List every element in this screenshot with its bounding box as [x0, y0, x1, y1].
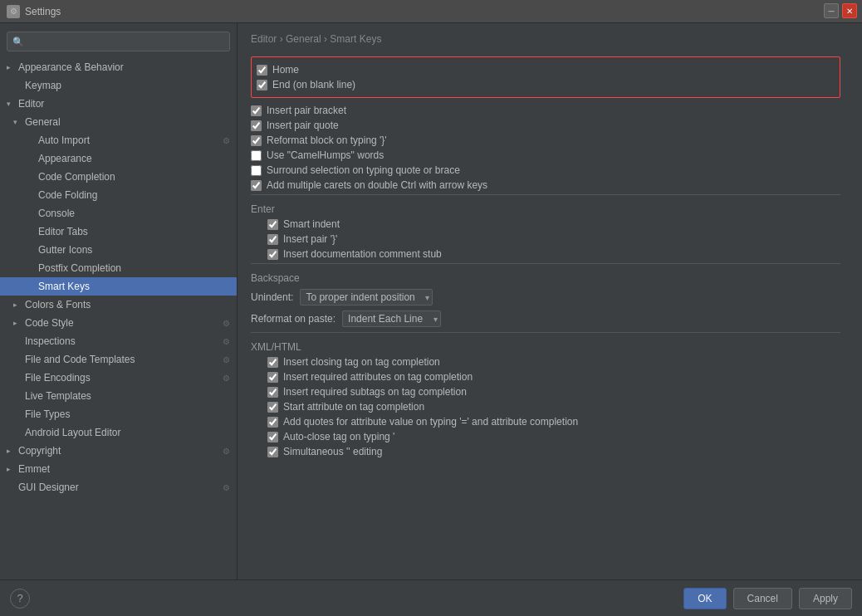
sidebar-item-live-templates[interactable]: Live Templates: [0, 387, 237, 405]
sidebar-item-editor-tabs[interactable]: Editor Tabs: [0, 222, 237, 241]
sidebar-item-code-folding[interactable]: Code Folding: [0, 186, 237, 204]
checkbox-surround-selection-input[interactable]: [251, 165, 262, 176]
tree-arrow-editor: ▾: [7, 100, 15, 108]
settings-icon-file-code-templates: ⚙: [223, 355, 230, 364]
sidebar-label-smart-keys: Smart Keys: [38, 281, 90, 292]
sidebar-item-file-types[interactable]: File Types: [0, 405, 237, 423]
checkbox-add-multiple-carets: Add multiple carets on double Ctrl with …: [251, 179, 840, 191]
sidebar-label-gui-designer: GUI Designer: [18, 482, 79, 493]
highlighted-checkboxes-section: Home End (on blank line): [251, 56, 840, 98]
sidebar-item-inspections[interactable]: Inspections⚙: [0, 332, 237, 350]
backspace-divider: [251, 263, 840, 264]
checkbox-insert-required-subtags-input[interactable]: [267, 387, 278, 398]
sidebar-label-code-completion: Code Completion: [38, 171, 115, 183]
sidebar-label-file-code-templates: File and Code Templates: [25, 354, 135, 365]
sidebar-item-gui-designer[interactable]: GUI Designer⚙: [0, 478, 237, 496]
checkbox-reformat-block-input[interactable]: [251, 135, 262, 146]
checkbox-auto-close-tag-input[interactable]: [267, 432, 278, 442]
xmlhtml-divider: [251, 332, 840, 333]
enter-checkboxes: Smart indentInsert pair '}'Insert docume…: [251, 218, 840, 260]
checkbox-insert-required-attrs-label: Insert required attributes on tag comple…: [283, 371, 473, 383]
bottom-bar: ? OK Cancel Apply: [0, 579, 862, 616]
sidebar-label-appearance: Appearance: [38, 153, 92, 164]
general-checkboxes: Insert pair bracketInsert pair quoteRefo…: [251, 105, 840, 191]
xmlhtml-checkboxes: Insert closing tag on tag completionInse…: [251, 356, 840, 457]
checkbox-add-multiple-carets-input[interactable]: [251, 180, 262, 191]
content-area: Editor › General › Smart Keys Home End (…: [238, 23, 854, 579]
cancel-button[interactable]: Cancel: [733, 588, 792, 609]
checkbox-end-blank: End (on blank line): [257, 79, 835, 90]
sidebar-item-keymap[interactable]: Keymap: [0, 76, 237, 95]
sidebar-item-appearance-behavior[interactable]: ▸Appearance & Behavior: [0, 58, 237, 76]
checkbox-start-attr: Start attribute on tag completion: [251, 401, 840, 413]
checkbox-auto-close-tag: Auto-close tag on typing ': [251, 431, 840, 442]
sidebar-item-code-style[interactable]: ▸Code Style⚙: [0, 314, 237, 332]
sidebar-item-code-completion[interactable]: Code Completion: [0, 168, 237, 186]
checkbox-surround-selection: Surround selection on typing quote or br…: [251, 164, 840, 176]
checkbox-home: Home: [257, 64, 835, 76]
apply-button[interactable]: Apply: [799, 588, 852, 609]
sidebar-item-general[interactable]: ▾General: [0, 113, 237, 131]
checkbox-add-quotes-attr-label: Add quotes for attribute value on typing…: [283, 416, 578, 428]
settings-icon-copyright: ⚙: [223, 447, 230, 456]
settings-icon-auto-import: ⚙: [223, 136, 230, 145]
ok-button[interactable]: OK: [683, 588, 726, 609]
checkbox-insert-doc-comment-input[interactable]: [267, 249, 278, 260]
checkbox-insert-doc-comment: Insert documentation comment stub: [251, 248, 840, 260]
checkbox-smart-indent-input[interactable]: [267, 219, 278, 230]
checkbox-insert-pair-bracket-input[interactable]: [251, 105, 262, 116]
scrollbar[interactable]: [854, 23, 862, 579]
checkbox-insert-required-subtags-label: Insert required subtags on tag completio…: [283, 386, 467, 398]
checkbox-insert-required-subtags: Insert required subtags on tag completio…: [251, 386, 840, 398]
checkbox-insert-closing-tag-label: Insert closing tag on tag completion: [283, 356, 440, 368]
help-button[interactable]: ?: [10, 589, 30, 609]
sidebar-item-file-code-templates[interactable]: File and Code Templates⚙: [0, 350, 237, 369]
checkbox-reformat-block: Reformat block on typing '}': [251, 134, 840, 146]
sidebar-label-code-folding: Code Folding: [38, 189, 97, 201]
checkbox-insert-pair-quote-input[interactable]: [251, 120, 262, 131]
tree-arrow-appearance-behavior: ▸: [7, 63, 15, 71]
checkbox-insert-pair-brace-input[interactable]: [267, 234, 278, 245]
sidebar-item-editor[interactable]: ▾Editor: [0, 95, 237, 113]
checkbox-insert-required-attrs-input[interactable]: [267, 372, 278, 383]
checkbox-simultaneous-tag-editing-input[interactable]: [267, 447, 278, 457]
checkbox-start-attr-label: Start attribute on tag completion: [283, 401, 424, 413]
checkbox-insert-pair-bracket: Insert pair bracket: [251, 105, 840, 116]
sidebar-item-postfix-completion[interactable]: Postfix Completion: [0, 259, 237, 277]
sidebar-item-file-encodings[interactable]: File Encodings⚙: [0, 369, 237, 387]
checkbox-insert-closing-tag-input[interactable]: [267, 357, 278, 368]
sidebar-item-colors-fonts[interactable]: ▸Colors & Fonts: [0, 296, 237, 314]
sidebar-item-auto-import[interactable]: Auto Import⚙: [0, 131, 237, 149]
breadcrumb: Editor › General › Smart Keys: [251, 33, 840, 45]
search-input[interactable]: [27, 36, 224, 47]
checkbox-end-blank-label: End (on blank line): [272, 79, 355, 90]
minimize-button[interactable]: ─: [824, 3, 839, 18]
checkbox-use-camelhumps-input[interactable]: [251, 150, 262, 161]
checkbox-start-attr-input[interactable]: [267, 402, 278, 413]
checkbox-add-quotes-attr-input[interactable]: [267, 417, 278, 428]
reformat-select[interactable]: Indent Each Line Do not reformat Reforma…: [342, 310, 441, 327]
tree-arrow-code-style: ▸: [13, 319, 22, 327]
title-bar: ⚙ Settings ─ ✕: [0, 0, 862, 23]
checkbox-surround-selection-label: Surround selection on typing quote or br…: [267, 164, 460, 176]
checkbox-simultaneous-tag-editing-label: Simultaneous '' editing: [283, 446, 382, 457]
checkbox-home-input[interactable]: [257, 65, 267, 76]
sidebar-item-gutter-icons[interactable]: Gutter Icons: [0, 241, 237, 259]
checkbox-auto-close-tag-label: Auto-close tag on typing ': [283, 431, 394, 442]
unindent-label: Unindent:: [251, 291, 293, 303]
sidebar-label-code-style: Code Style: [25, 317, 74, 329]
close-button[interactable]: ✕: [842, 3, 857, 18]
sidebar-item-appearance[interactable]: Appearance: [0, 149, 237, 168]
search-box[interactable]: 🔍: [7, 32, 230, 51]
sidebar-item-copyright[interactable]: ▸Copyright⚙: [0, 442, 237, 460]
sidebar-item-android-layout-editor[interactable]: Android Layout Editor: [0, 423, 237, 442]
checkbox-end-blank-input[interactable]: [257, 80, 267, 90]
checkbox-home-label: Home: [272, 64, 299, 76]
sidebar-item-emmet[interactable]: ▸Emmet: [0, 460, 237, 478]
checkbox-smart-indent-label: Smart indent: [283, 218, 340, 230]
unindent-select[interactable]: To proper indent position To indent of n…: [300, 289, 433, 306]
sidebar-label-editor-tabs: Editor Tabs: [38, 226, 88, 237]
sidebar-label-postfix-completion: Postfix Completion: [38, 262, 121, 274]
sidebar-item-console[interactable]: Console: [0, 204, 237, 222]
sidebar-item-smart-keys[interactable]: Smart Keys: [0, 277, 237, 296]
